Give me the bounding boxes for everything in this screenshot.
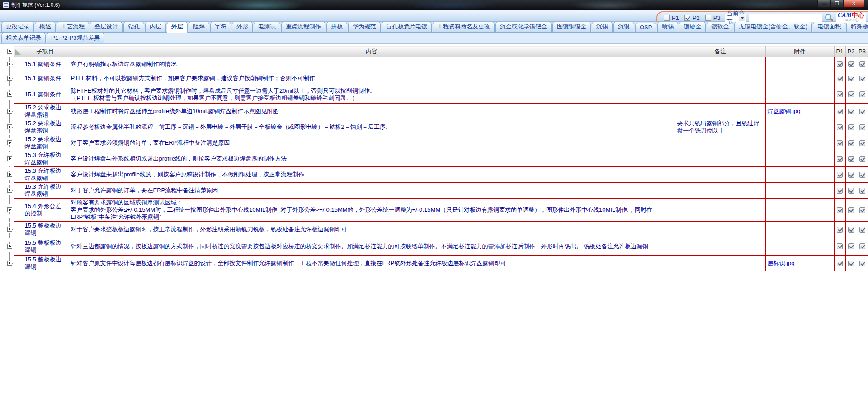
row-indicator[interactable] <box>14 119 23 135</box>
content-cell[interactable]: 对顾客有要求露铜的区域或铜厚测试区域： 客户要求的外形公差≤+/-0.15MM时… <box>68 199 675 222</box>
subitem-cell[interactable]: 15.5 整板板边漏铜 <box>23 256 68 271</box>
plus-box-icon[interactable] <box>7 227 12 232</box>
p3-checkbox[interactable] <box>859 76 865 81</box>
row-indicator[interactable] <box>14 85 23 104</box>
p1-checkbox[interactable] <box>837 207 843 213</box>
tab-pinban[interactable]: 拼板 <box>326 21 347 32</box>
row-indicator[interactable] <box>14 104 23 119</box>
row-indicator[interactable] <box>14 222 23 237</box>
header-note[interactable]: 备注 <box>675 46 765 57</box>
tab-zifu[interactable]: 字符 <box>210 21 231 32</box>
p1-checkbox[interactable] <box>837 188 843 194</box>
p3-checkbox[interactable] <box>859 172 865 178</box>
note-cell[interactable] <box>675 57 765 71</box>
row-indicator[interactable] <box>14 199 23 222</box>
select-all-corner[interactable] <box>14 46 23 57</box>
note-cell[interactable] <box>675 85 765 104</box>
tab-gaishu[interactable]: 概述 <box>35 21 56 32</box>
tab-neiceng[interactable]: 内层 <box>145 21 166 32</box>
tab-waixing[interactable]: 外形 <box>232 21 253 32</box>
p2-filter-checkbox[interactable] <box>684 15 690 21</box>
attachment-cell[interactable] <box>765 199 834 222</box>
tab-gongyiliucheng[interactable]: 工艺流程 <box>57 21 89 32</box>
subitem-cell[interactable]: 15.1 露铜条件 <box>23 57 68 71</box>
note-cell[interactable]: 要求只铣出露铜部分，且铣过焊盘一个铣刀位以上 <box>675 119 765 135</box>
plus-box-icon[interactable] <box>7 49 12 54</box>
note-cell[interactable] <box>675 71 765 85</box>
attachment-cell[interactable]: 层标识.jpg <box>765 256 834 271</box>
p1-checkbox[interactable] <box>837 76 843 81</box>
note-cell[interactable] <box>675 199 765 222</box>
p3-checkbox[interactable] <box>859 227 865 233</box>
attachment-cell[interactable] <box>765 237 834 256</box>
chapter-select[interactable]: 当前章节 <box>725 14 746 22</box>
plus-box-icon[interactable] <box>7 124 12 129</box>
content-cell[interactable]: 针对三边都露铜的情况，按板边露铜的方式制作，同时桥连的宽度需要按包边板对应桥连的… <box>68 237 675 256</box>
tab-teshubancai[interactable]: 特殊板材制作能力 <box>846 21 868 32</box>
content-cell[interactable]: 客户设计焊盘与外形线相切或超出profile线的，则按客户要求板边焊盘露的制作方… <box>68 151 675 167</box>
p3-checkbox[interactable] <box>859 156 865 162</box>
tab-gongchengziliao[interactable]: 工程资料命名及更改 <box>433 21 495 32</box>
p3-checkbox[interactable] <box>859 243 865 249</box>
tab-zuankong[interactable]: 钻孔 <box>123 21 144 32</box>
header-p1[interactable]: P1 <box>834 46 845 57</box>
plus-box-icon[interactable] <box>7 156 12 161</box>
tab-zuhan[interactable]: 阻焊 <box>189 21 209 32</box>
tab-chenyin[interactable]: 沉银 <box>613 21 634 32</box>
header-p3[interactable]: P3 <box>857 46 868 57</box>
close-button[interactable]: ✕ <box>844 0 864 8</box>
content-cell[interactable]: 流程参考板边金属化半孔的流程：前工序－沉铜－外层电镀－外层干膜－全板镀金（或图形… <box>68 119 675 135</box>
p1-checkbox[interactable] <box>837 261 843 266</box>
tab-related-forms[interactable]: 相关表单记录 <box>1 33 46 43</box>
p1-filter-checkbox[interactable] <box>664 15 670 21</box>
attachment-cell[interactable] <box>765 167 834 183</box>
search-icon[interactable] <box>825 14 833 22</box>
attachment-cell[interactable] <box>765 85 834 104</box>
tab-huaweiguifan[interactable]: 华为规范 <box>348 21 381 32</box>
content-cell[interactable]: 线路层工程制作时将焊盘延伸至profile线外单边10mil.露铜焊盘制作示意图… <box>68 104 675 119</box>
subitem-cell[interactable]: 15.1 露铜条件 <box>23 71 68 85</box>
attachment-link[interactable]: 层标识.jpg <box>768 260 795 266</box>
p1-checkbox[interactable] <box>837 156 843 162</box>
tab-diecengsheji[interactable]: 叠层设计 <box>90 21 123 32</box>
plus-box-icon[interactable] <box>7 172 12 177</box>
p3-checkbox[interactable] <box>859 91 865 97</box>
p1-checkbox[interactable] <box>837 172 843 178</box>
note-cell[interactable] <box>675 151 765 167</box>
attachment-cell[interactable]: 焊盘露铜.jpg <box>765 104 834 119</box>
p2-checkbox[interactable] <box>848 227 854 233</box>
attachment-cell[interactable] <box>765 151 834 167</box>
header-p2[interactable]: P2 <box>845 46 857 57</box>
p2-checkbox[interactable] <box>848 207 854 213</box>
note-cell[interactable] <box>675 135 765 151</box>
p3-checkbox[interactable] <box>859 140 865 146</box>
p3-checkbox[interactable] <box>859 207 865 213</box>
plus-box-icon[interactable] <box>7 62 12 66</box>
tab-chenxi[interactable]: 沉锡 <box>592 21 613 32</box>
plus-box-icon[interactable] <box>7 76 12 81</box>
subitem-cell[interactable]: 15.3 允许板边焊盘露铜 <box>23 151 68 167</box>
search-input[interactable] <box>749 14 822 22</box>
p2-checkbox[interactable] <box>848 76 854 81</box>
tab-gengjijilu[interactable]: 更改记录 <box>1 21 34 32</box>
plus-box-icon[interactable] <box>7 188 12 193</box>
tab-duyingjin[interactable]: 镀硬金 <box>679 21 706 32</box>
subitem-cell[interactable]: 15.2 要求板边焊盘露铜 <box>23 119 68 135</box>
p1-checkbox[interactable] <box>837 227 843 233</box>
attachment-cell[interactable] <box>765 71 834 85</box>
row-indicator[interactable] <box>14 71 23 85</box>
tab-mangkongban[interactable]: 盲孔板负片电镀 <box>382 21 432 32</box>
attachment-cell[interactable] <box>765 222 834 237</box>
subitem-cell[interactable]: 15.2 要求板边焊盘露铜 <box>23 135 68 151</box>
note-cell[interactable] <box>675 237 765 256</box>
tab-tudutongniejin[interactable]: 图镀铜镍金 <box>552 21 591 32</box>
chevron-down-icon[interactable] <box>739 14 745 21</box>
p2-checkbox[interactable] <box>848 188 854 194</box>
note-cell[interactable] <box>675 167 765 183</box>
tab-wuniediandujin[interactable]: 无镍电镀金(含硬金、软金) <box>734 21 812 32</box>
row-indicator[interactable] <box>14 57 23 71</box>
row-indicator[interactable] <box>14 135 23 151</box>
tab-osp[interactable]: OSP <box>635 23 656 32</box>
p2-checkbox[interactable] <box>848 156 854 162</box>
p1-checkbox[interactable] <box>837 109 843 114</box>
